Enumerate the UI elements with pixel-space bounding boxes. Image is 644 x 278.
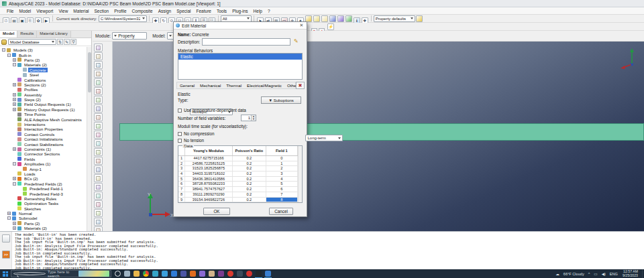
tree-item-fields[interactable]: Fields (0, 157, 87, 161)
dialog-menu-general[interactable]: General (177, 83, 197, 88)
tree-item-remeshing-rules[interactable]: Remeshing Rules (0, 196, 87, 201)
section-manager-button[interactable] (94, 70, 103, 78)
create-material-button[interactable] (94, 44, 103, 52)
set-manager-button[interactable] (94, 192, 103, 200)
tree-item-parts-2-[interactable]: +Parts (2) (0, 58, 87, 62)
color-code-cube-icon[interactable] (416, 15, 423, 22)
dialog-menu-mechanical[interactable]: Mechanical (197, 83, 223, 88)
tree-expander-plus-icon[interactable]: + (13, 58, 16, 62)
table-row-index[interactable]: 3 (178, 166, 185, 171)
tree-item-amplitudes-1-[interactable]: −Amplitudes (1) (0, 161, 87, 166)
tree-item-assembly[interactable]: +Assembly (0, 92, 87, 97)
tree-expander-plus-icon[interactable]: + (13, 98, 16, 101)
tree-item-field-output-requests-1-[interactable]: +Field Output Requests (1) (0, 102, 87, 107)
tree-item-concrete[interactable]: Concrete (0, 68, 87, 72)
mail-icon[interactable] (162, 271, 168, 277)
tree-item-predefined-field-3[interactable]: Predefined Field-3 (0, 191, 87, 196)
tree-item-models-3-[interactable]: −Models (3) (0, 48, 87, 52)
menu-view[interactable]: View (56, 9, 70, 13)
store-icon[interactable] (171, 271, 177, 277)
table-cell[interactable]: 38728.8755082233 (185, 182, 233, 186)
edit-icon[interactable]: ✎ (64, 39, 70, 45)
tree-item-normal[interactable]: +Normal (0, 211, 87, 216)
create-set-button[interactable] (94, 183, 103, 191)
sort-icon[interactable]: ⇅ (57, 39, 63, 45)
tree-expander-plus-icon[interactable]: + (13, 226, 16, 230)
virtual-topology-button[interactable] (94, 209, 103, 217)
tree-item-ale-adaptive-mesh-constraints[interactable]: ALE Adaptive Mesh Constraints (0, 117, 87, 121)
table-cell[interactable]: 3 (266, 171, 298, 176)
file-explorer-icon[interactable] (133, 271, 140, 277)
cube-hidden-icon[interactable] (337, 15, 344, 22)
tree-expander-minus-icon[interactable]: − (7, 54, 11, 57)
cylinder-wireframe-icon[interactable] (321, 15, 328, 22)
table-cell[interactable]: 0.2 (233, 166, 266, 171)
table-row-index[interactable]: 7 (178, 187, 185, 192)
tree-scrollbar[interactable] (87, 47, 91, 231)
edit-description-pencil-icon[interactable]: ✎ (294, 38, 299, 44)
cancel-button[interactable]: Cancel (269, 208, 293, 215)
tree-item-amp-1[interactable]: Amp-1 (0, 166, 87, 171)
volume-icon[interactable]: ◀) (602, 272, 606, 276)
task-view-icon[interactable] (124, 271, 130, 277)
tree-item-constraints-1-[interactable]: +Constraints (1) (0, 147, 87, 151)
menu-profile[interactable]: Profile (111, 9, 129, 13)
table-row-index[interactable]: 2 (178, 161, 185, 166)
create-composite-layup-button[interactable] (94, 113, 103, 121)
tree-expander-minus-icon[interactable]: − (13, 182, 16, 186)
tab-model[interactable]: Model (0, 31, 17, 38)
table-cell[interactable]: 0.2 (233, 161, 266, 166)
tree-expander-plus-icon[interactable]: + (7, 212, 11, 215)
composite-layup-manager-button[interactable] (94, 122, 103, 130)
table-cell[interactable]: 38941.7574757627 (185, 187, 233, 192)
table-row-index[interactable]: 5 (178, 177, 185, 182)
tree-item-time-points[interactable]: Time Points (0, 112, 87, 117)
taskbar-search-input[interactable]: Type here to search (11, 270, 111, 277)
no-tension-checkbox[interactable] (178, 139, 182, 143)
elastic-data-table[interactable]: Young's ModulusPoisson's RatioField 1144… (178, 146, 298, 202)
tree-expander-plus-icon[interactable]: + (13, 222, 16, 225)
work-directory-combo[interactable]: C:\Windows\System32 (99, 15, 147, 22)
tray-chevron-icon[interactable]: ^ (588, 272, 590, 276)
temperature-checkbox[interactable] (178, 109, 182, 113)
table-cell[interactable]: 8 (266, 198, 298, 202)
query-information-button[interactable] (94, 200, 103, 208)
table-cell[interactable]: 0.2 (233, 192, 266, 197)
axis-tool-icon[interactable]: ⚡ (327, 23, 334, 30)
dialog-menu-thermal[interactable]: Thermal (223, 83, 244, 88)
partition-button[interactable] (94, 174, 103, 182)
table-cell[interactable]: 0.2 (233, 156, 266, 161)
table-cell[interactable]: 0.2 (233, 198, 266, 202)
tree-item-loads[interactable]: Loads (0, 171, 87, 176)
tree-expander-plus-icon[interactable]: + (13, 83, 16, 86)
gmail-icon[interactable] (227, 271, 233, 277)
suboptions-button[interactable]: ▼ Suboptions (261, 96, 301, 104)
stringer-manager-button[interactable] (94, 157, 103, 165)
cylinder-hidden-icon[interactable] (313, 15, 320, 22)
abaqus-icon[interactable] (265, 271, 271, 277)
close-icon[interactable]: ✕ (299, 23, 305, 28)
dialog-titlebar[interactable]: Edit Material ✕ (174, 22, 307, 29)
matlab-icon[interactable] (190, 271, 196, 277)
teams-icon[interactable] (180, 271, 186, 277)
model-database-combo[interactable]: Model Database (8, 39, 56, 45)
table-cell[interactable]: 4 (266, 177, 298, 182)
tree-item-calibrations[interactable]: Calibrations (0, 77, 87, 82)
table-cell[interactable]: 36436.3801410586 (185, 177, 233, 182)
moduli-combo[interactable]: Long-term (305, 135, 343, 141)
menu-material[interactable]: Material (70, 9, 91, 13)
photos-icon[interactable] (199, 271, 205, 277)
table-scrollbar[interactable] (298, 146, 302, 202)
chrome-icon[interactable] (143, 271, 149, 277)
behavior-item-elastic[interactable]: Elastic (178, 54, 302, 60)
tree-expander-plus-icon[interactable]: + (13, 108, 16, 111)
tree-expander-plus-icon[interactable]: + (13, 147, 16, 151)
table-cell[interactable]: 5 (266, 182, 298, 186)
table-cell[interactable]: 24586.7225815125 (185, 161, 233, 166)
tree-item-sketches[interactable]: Sketches (0, 206, 87, 211)
tree-item-sections-2-[interactable]: +Sections (2) (0, 82, 87, 87)
stepper-arrows[interactable]: ▲▼ (251, 115, 256, 121)
opera-icon[interactable] (246, 271, 252, 277)
table-row-index[interactable]: 8 (178, 192, 185, 197)
office-icon[interactable] (209, 271, 215, 277)
